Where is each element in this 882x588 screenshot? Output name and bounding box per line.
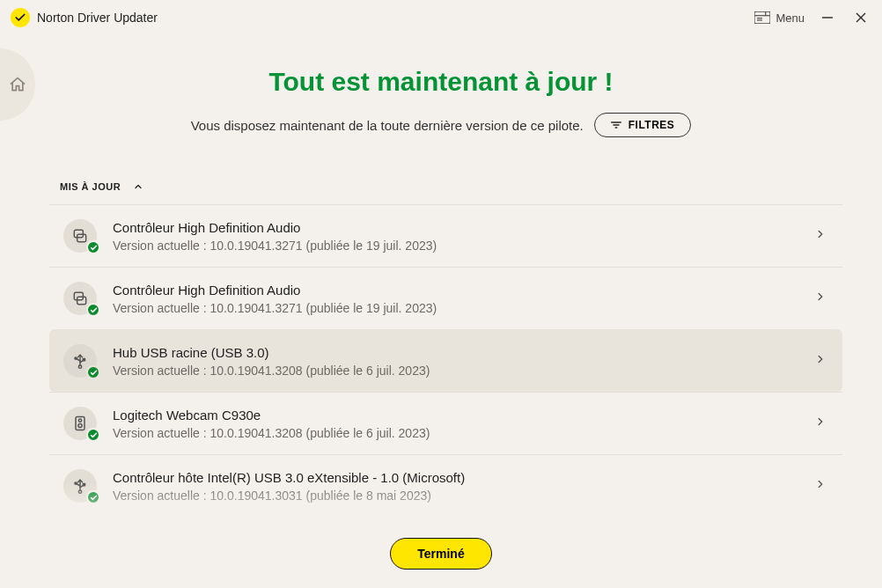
svg-rect-29 xyxy=(83,484,85,486)
driver-version: Version actuelle : 10.0.19041.3208 (publ… xyxy=(113,364,798,378)
chevron-right-icon xyxy=(814,353,827,369)
chevron-right-icon xyxy=(814,415,827,431)
svg-rect-20 xyxy=(83,359,85,361)
filter-icon xyxy=(611,121,621,129)
driver-version: Version actuelle : 10.0.19041.3031 (publ… xyxy=(113,489,798,503)
check-badge-icon xyxy=(86,303,100,317)
titlebar-right: Menu xyxy=(754,7,871,28)
norton-logo-icon xyxy=(11,8,30,27)
driver-text: Contrôleur High Definition AudioVersion … xyxy=(113,283,798,315)
titlebar-left: Norton Driver Updater xyxy=(11,8,158,27)
chevron-right-icon xyxy=(814,228,827,244)
driver-version: Version actuelle : 10.0.19041.3271 (publ… xyxy=(113,301,798,315)
driver-version: Version actuelle : 10.0.19041.3271 (publ… xyxy=(113,239,798,253)
driver-name: Logitech Webcam C930e xyxy=(113,408,798,423)
check-badge-icon xyxy=(86,240,100,254)
driver-icon-wrap xyxy=(63,344,97,378)
done-button[interactable]: Terminé xyxy=(390,538,491,570)
driver-name: Hub USB racine (USB 3.0) xyxy=(113,345,798,360)
chevron-up-icon xyxy=(133,181,143,192)
check-badge-icon xyxy=(86,365,100,379)
driver-text: Contrôleur High Definition AudioVersion … xyxy=(113,220,798,253)
subline-row: Vous disposez maintenant de la toute der… xyxy=(0,113,882,137)
svg-rect-13 xyxy=(74,292,83,299)
svg-rect-12 xyxy=(77,234,86,241)
driver-row[interactable]: Contrôleur High Definition AudioVersion … xyxy=(49,204,842,267)
main-content: Tout est maintenant à jour ! Vous dispos… xyxy=(0,35,882,517)
section-header[interactable]: MIS À JOUR xyxy=(49,174,842,204)
svg-point-27 xyxy=(75,482,77,484)
driver-icon-wrap xyxy=(63,469,97,503)
menu-button[interactable]: Menu xyxy=(754,11,805,25)
driver-name: Contrôleur High Definition Audio xyxy=(113,220,798,235)
minimize-button[interactable] xyxy=(817,7,838,28)
driver-list: MIS À JOUR Contrôleur High Definition Au… xyxy=(49,174,842,517)
section-title: MIS À JOUR xyxy=(60,181,121,192)
driver-text: Hub USB racine (USB 3.0)Version actuelle… xyxy=(113,345,798,378)
menu-icon xyxy=(754,11,770,24)
chevron-right-icon xyxy=(814,478,827,494)
driver-text: Contrôleur hôte Intel(R) USB 3.0 eXtensi… xyxy=(113,470,798,503)
svg-rect-11 xyxy=(74,230,83,237)
close-button[interactable] xyxy=(850,7,871,28)
driver-row[interactable]: Contrôleur hôte Intel(R) USB 3.0 eXtensi… xyxy=(49,454,842,517)
page-headline: Tout est maintenant à jour ! xyxy=(0,67,882,97)
svg-rect-0 xyxy=(754,11,770,24)
driver-icon-wrap xyxy=(63,407,97,440)
home-icon xyxy=(9,76,26,93)
svg-point-18 xyxy=(75,357,77,359)
check-badge-icon xyxy=(86,490,100,504)
driver-icon-wrap xyxy=(63,282,97,315)
driver-row[interactable]: Contrôleur High Definition AudioVersion … xyxy=(49,267,842,329)
footer: Terminé xyxy=(0,519,882,588)
svg-point-23 xyxy=(78,423,82,427)
driver-version: Version actuelle : 10.0.19041.3208 (publ… xyxy=(113,426,798,440)
driver-icon-wrap xyxy=(63,219,97,253)
driver-text: Logitech Webcam C930eVersion actuelle : … xyxy=(113,408,798,440)
driver-row[interactable]: Logitech Webcam C930eVersion actuelle : … xyxy=(49,392,842,454)
filter-label: FILTRES xyxy=(628,119,675,131)
filter-button[interactable]: FILTRES xyxy=(594,113,692,137)
driver-row[interactable]: Hub USB racine (USB 3.0)Version actuelle… xyxy=(49,329,842,392)
driver-name: Contrôleur hôte Intel(R) USB 3.0 eXtensi… xyxy=(113,470,798,485)
app-title: Norton Driver Updater xyxy=(37,11,158,25)
driver-name: Contrôleur High Definition Audio xyxy=(113,283,798,298)
svg-rect-14 xyxy=(77,297,86,304)
page-subline: Vous disposez maintenant de la toute der… xyxy=(191,118,584,133)
chevron-right-icon xyxy=(814,290,827,306)
titlebar: Norton Driver Updater Menu xyxy=(0,0,882,35)
check-badge-icon xyxy=(86,428,100,442)
menu-label: Menu xyxy=(775,11,805,25)
svg-point-22 xyxy=(78,419,81,422)
